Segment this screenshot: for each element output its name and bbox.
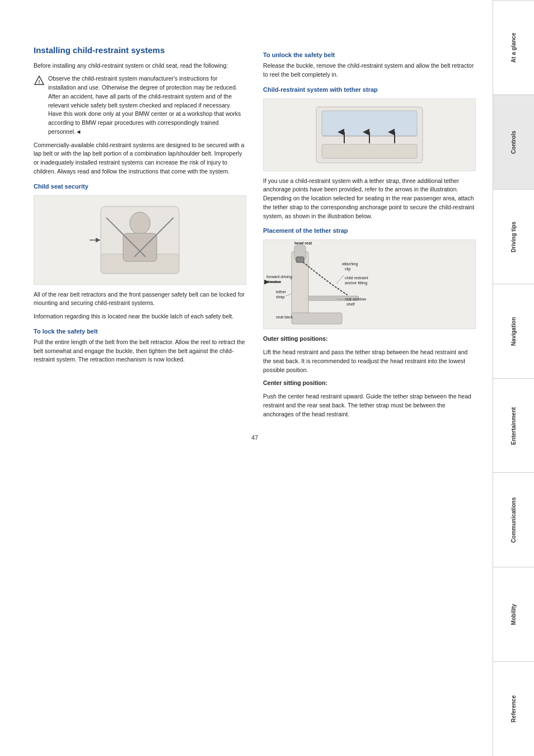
sidebar-item-reference[interactable]: Reference bbox=[493, 661, 534, 756]
svg-text:shelf: shelf bbox=[346, 302, 355, 306]
main-title: Installing child-restraint systems bbox=[34, 45, 246, 56]
svg-point-4 bbox=[130, 212, 150, 234]
child-seat-text2: Information regarding this is located ne… bbox=[34, 312, 246, 321]
svg-text:strap: strap bbox=[276, 295, 285, 299]
center-sitting-heading: Center sitting position: bbox=[263, 379, 476, 388]
warning-icon: ! bbox=[34, 75, 45, 86]
to-unlock-text: Release the buckle, remove the child-res… bbox=[263, 62, 476, 79]
sidebar-item-driving-tips[interactable]: Driving tips bbox=[493, 189, 534, 284]
sidebar-item-communications[interactable]: Communications bbox=[493, 472, 534, 567]
svg-text:head rest: head rest bbox=[294, 241, 312, 245]
tether-image bbox=[263, 98, 476, 171]
placement-image: head rest attaching clip forward driving… bbox=[263, 240, 476, 329]
svg-rect-12 bbox=[322, 144, 417, 158]
page-number: 47 bbox=[34, 434, 476, 441]
sidebar-item-entertainment[interactable]: Entertainment bbox=[493, 378, 534, 473]
sidebar: At a glance Controls Driving tips Naviga… bbox=[493, 0, 534, 756]
sidebar-item-controls[interactable]: Controls bbox=[493, 95, 534, 189]
commercial-text: Commercially-available child-restraint s… bbox=[34, 141, 246, 176]
svg-text:clip: clip bbox=[345, 267, 351, 271]
svg-text:seat back: seat back bbox=[276, 315, 293, 319]
svg-text:attaching: attaching bbox=[342, 262, 358, 266]
to-lock-title: To lock the safety belt bbox=[34, 328, 246, 335]
outer-sitting-text: Lift the head restraint and pass the tet… bbox=[263, 348, 476, 374]
svg-text:forward driving: forward driving bbox=[266, 275, 292, 279]
sidebar-item-at-a-glance[interactable]: At a glance bbox=[493, 0, 534, 95]
tether-strap-text: If you use a child-restraint system with… bbox=[263, 177, 476, 221]
svg-text:anchor fitting: anchor fitting bbox=[345, 281, 367, 285]
svg-rect-20 bbox=[296, 257, 304, 262]
center-sitting-text: Push the center head restraint upward. G… bbox=[263, 392, 476, 419]
svg-text:child restraint: child restraint bbox=[345, 276, 368, 280]
warning-text: Observe the child-restraint system manuf… bbox=[48, 74, 246, 136]
child-seat-security-title: Child seat security bbox=[34, 183, 246, 190]
to-lock-text: Pull the entire length of the belt from … bbox=[34, 338, 246, 364]
svg-text:rear-window: rear-window bbox=[345, 297, 367, 301]
svg-rect-5 bbox=[123, 233, 157, 261]
child-seat-image bbox=[34, 195, 246, 285]
svg-text:!: ! bbox=[39, 79, 40, 84]
intro-text: Before installing any child-restraint sy… bbox=[34, 62, 246, 71]
svg-line-35 bbox=[336, 275, 344, 284]
outer-sitting-heading: Outer sitting positions: bbox=[263, 335, 476, 344]
child-seat-text1: All of the rear belt retractors and the … bbox=[34, 290, 246, 308]
placement-title: Placement of the tether strap bbox=[263, 227, 476, 234]
sidebar-item-mobility[interactable]: Mobility bbox=[493, 567, 534, 661]
svg-rect-17 bbox=[292, 313, 342, 324]
to-unlock-title: To unlock the safety belt bbox=[263, 51, 476, 58]
tether-strap-title: Child-restraint system with tether strap bbox=[263, 86, 476, 93]
sidebar-item-navigation[interactable]: Navigation bbox=[493, 284, 534, 378]
svg-text:tether: tether bbox=[276, 290, 287, 294]
warning-box: ! Observe the child-restraint system man… bbox=[34, 74, 246, 136]
svg-line-34 bbox=[286, 294, 292, 296]
svg-text:direction: direction bbox=[266, 280, 282, 284]
